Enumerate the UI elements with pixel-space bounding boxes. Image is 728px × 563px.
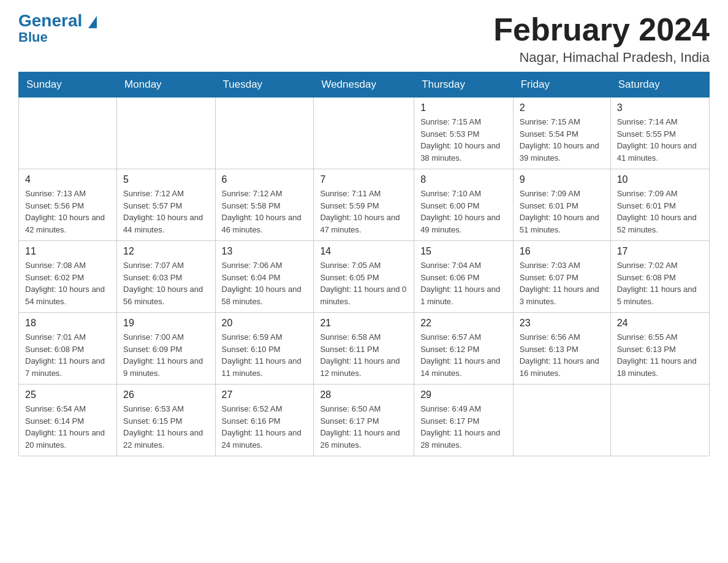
table-row: 13Sunrise: 7:06 AM Sunset: 6:04 PM Dayli… xyxy=(215,241,314,313)
logo-general-text: General xyxy=(18,12,97,29)
day-number: 1 xyxy=(420,102,507,113)
header-wednesday: Wednesday xyxy=(314,72,414,98)
table-row: 3Sunrise: 7:14 AM Sunset: 5:55 PM Daylig… xyxy=(610,98,709,169)
day-number: 29 xyxy=(420,389,507,400)
table-row: 17Sunrise: 7:02 AM Sunset: 6:08 PM Dayli… xyxy=(610,241,709,313)
day-number: 23 xyxy=(520,318,604,329)
day-number: 8 xyxy=(420,174,507,185)
table-row xyxy=(19,98,117,169)
table-row: 9Sunrise: 7:09 AM Sunset: 6:01 PM Daylig… xyxy=(513,169,610,241)
table-row: 2Sunrise: 7:15 AM Sunset: 5:54 PM Daylig… xyxy=(513,98,610,169)
table-row: 20Sunrise: 6:59 AM Sunset: 6:10 PM Dayli… xyxy=(215,313,314,385)
day-number: 21 xyxy=(320,318,408,329)
day-number: 7 xyxy=(320,174,408,185)
day-number: 22 xyxy=(420,318,507,329)
day-info: Sunrise: 7:04 AM Sunset: 6:06 PM Dayligh… xyxy=(420,259,507,307)
day-info: Sunrise: 7:09 AM Sunset: 6:01 PM Dayligh… xyxy=(617,188,703,236)
calendar-row: 4Sunrise: 7:13 AM Sunset: 5:56 PM Daylig… xyxy=(19,169,710,241)
day-number: 3 xyxy=(617,102,703,113)
table-row: 16Sunrise: 7:03 AM Sunset: 6:07 PM Dayli… xyxy=(513,241,610,313)
day-info: Sunrise: 7:15 AM Sunset: 5:53 PM Dayligh… xyxy=(420,116,507,164)
table-row: 5Sunrise: 7:12 AM Sunset: 5:57 PM Daylig… xyxy=(117,169,215,241)
day-number: 16 xyxy=(520,246,604,257)
header-thursday: Thursday xyxy=(414,72,514,98)
day-number: 10 xyxy=(617,174,703,185)
logo-blue-text: Blue xyxy=(18,29,48,45)
day-info: Sunrise: 7:12 AM Sunset: 5:58 PM Dayligh… xyxy=(222,188,308,236)
day-info: Sunrise: 6:59 AM Sunset: 6:10 PM Dayligh… xyxy=(222,331,308,379)
day-number: 6 xyxy=(222,174,308,185)
table-row: 25Sunrise: 6:54 AM Sunset: 6:14 PM Dayli… xyxy=(19,385,117,456)
table-row: 27Sunrise: 6:52 AM Sunset: 6:16 PM Dayli… xyxy=(215,385,314,456)
day-number: 4 xyxy=(25,174,110,185)
day-info: Sunrise: 7:15 AM Sunset: 5:54 PM Dayligh… xyxy=(520,116,604,164)
calendar-table: Sunday Monday Tuesday Wednesday Thursday… xyxy=(18,72,710,456)
table-row: 18Sunrise: 7:01 AM Sunset: 6:08 PM Dayli… xyxy=(19,313,117,385)
table-row: 21Sunrise: 6:58 AM Sunset: 6:11 PM Dayli… xyxy=(314,313,414,385)
header-friday: Friday xyxy=(513,72,610,98)
day-number: 18 xyxy=(25,318,110,329)
calendar-header-row: Sunday Monday Tuesday Wednesday Thursday… xyxy=(19,72,710,98)
table-row: 26Sunrise: 6:53 AM Sunset: 6:15 PM Dayli… xyxy=(117,385,215,456)
table-row: 19Sunrise: 7:00 AM Sunset: 6:09 PM Dayli… xyxy=(117,313,215,385)
day-info: Sunrise: 6:53 AM Sunset: 6:15 PM Dayligh… xyxy=(123,403,208,451)
logo: General Blue xyxy=(18,12,97,45)
calendar-row: 25Sunrise: 6:54 AM Sunset: 6:14 PM Dayli… xyxy=(19,385,710,456)
table-row: 23Sunrise: 6:56 AM Sunset: 6:13 PM Dayli… xyxy=(513,313,610,385)
day-info: Sunrise: 7:07 AM Sunset: 6:03 PM Dayligh… xyxy=(123,259,208,307)
day-number: 9 xyxy=(520,174,604,185)
table-row xyxy=(215,98,314,169)
day-number: 20 xyxy=(222,318,308,329)
table-row xyxy=(117,98,215,169)
table-row: 7Sunrise: 7:11 AM Sunset: 5:59 PM Daylig… xyxy=(314,169,414,241)
table-row: 22Sunrise: 6:57 AM Sunset: 6:12 PM Dayli… xyxy=(414,313,514,385)
day-info: Sunrise: 7:03 AM Sunset: 6:07 PM Dayligh… xyxy=(520,259,604,307)
table-row xyxy=(610,385,709,456)
header-saturday: Saturday xyxy=(610,72,709,98)
day-info: Sunrise: 7:01 AM Sunset: 6:08 PM Dayligh… xyxy=(25,331,110,379)
table-row: 24Sunrise: 6:55 AM Sunset: 6:13 PM Dayli… xyxy=(610,313,709,385)
table-row: 11Sunrise: 7:08 AM Sunset: 6:02 PM Dayli… xyxy=(19,241,117,313)
day-number: 5 xyxy=(123,174,208,185)
day-info: Sunrise: 6:56 AM Sunset: 6:13 PM Dayligh… xyxy=(520,331,604,379)
day-info: Sunrise: 6:49 AM Sunset: 6:17 PM Dayligh… xyxy=(420,403,507,451)
calendar-row: 11Sunrise: 7:08 AM Sunset: 6:02 PM Dayli… xyxy=(19,241,710,313)
day-info: Sunrise: 6:52 AM Sunset: 6:16 PM Dayligh… xyxy=(222,403,308,451)
day-info: Sunrise: 7:00 AM Sunset: 6:09 PM Dayligh… xyxy=(123,331,208,379)
day-number: 26 xyxy=(123,389,208,400)
day-number: 2 xyxy=(520,102,604,113)
day-info: Sunrise: 7:10 AM Sunset: 6:00 PM Dayligh… xyxy=(420,188,507,236)
table-row: 14Sunrise: 7:05 AM Sunset: 6:05 PM Dayli… xyxy=(314,241,414,313)
table-row: 12Sunrise: 7:07 AM Sunset: 6:03 PM Dayli… xyxy=(117,241,215,313)
page-header: General Blue February 2024 Nagar, Himach… xyxy=(18,12,710,66)
title-section: February 2024 Nagar, Himachal Pradesh, I… xyxy=(493,12,710,66)
table-row: 1Sunrise: 7:15 AM Sunset: 5:53 PM Daylig… xyxy=(414,98,514,169)
day-number: 14 xyxy=(320,246,408,257)
day-info: Sunrise: 6:57 AM Sunset: 6:12 PM Dayligh… xyxy=(420,331,507,379)
day-number: 11 xyxy=(25,246,110,257)
table-row: 28Sunrise: 6:50 AM Sunset: 6:17 PM Dayli… xyxy=(314,385,414,456)
day-number: 17 xyxy=(617,246,703,257)
header-monday: Monday xyxy=(117,72,215,98)
day-number: 12 xyxy=(123,246,208,257)
calendar-row: 18Sunrise: 7:01 AM Sunset: 6:08 PM Dayli… xyxy=(19,313,710,385)
day-info: Sunrise: 7:08 AM Sunset: 6:02 PM Dayligh… xyxy=(25,259,110,307)
day-info: Sunrise: 7:12 AM Sunset: 5:57 PM Dayligh… xyxy=(123,188,208,236)
table-row: 6Sunrise: 7:12 AM Sunset: 5:58 PM Daylig… xyxy=(215,169,314,241)
table-row: 8Sunrise: 7:10 AM Sunset: 6:00 PM Daylig… xyxy=(414,169,514,241)
day-info: Sunrise: 6:54 AM Sunset: 6:14 PM Dayligh… xyxy=(25,403,110,451)
day-info: Sunrise: 6:55 AM Sunset: 6:13 PM Dayligh… xyxy=(617,331,703,379)
day-info: Sunrise: 6:50 AM Sunset: 6:17 PM Dayligh… xyxy=(320,403,408,451)
day-info: Sunrise: 6:58 AM Sunset: 6:11 PM Dayligh… xyxy=(320,331,408,379)
month-title: February 2024 xyxy=(493,12,710,47)
day-info: Sunrise: 7:13 AM Sunset: 5:56 PM Dayligh… xyxy=(25,188,110,236)
table-row: 29Sunrise: 6:49 AM Sunset: 6:17 PM Dayli… xyxy=(414,385,514,456)
day-info: Sunrise: 7:14 AM Sunset: 5:55 PM Dayligh… xyxy=(617,116,703,164)
day-number: 27 xyxy=(222,389,308,400)
table-row: 10Sunrise: 7:09 AM Sunset: 6:01 PM Dayli… xyxy=(610,169,709,241)
table-row xyxy=(314,98,414,169)
day-info: Sunrise: 7:06 AM Sunset: 6:04 PM Dayligh… xyxy=(222,259,308,307)
table-row: 4Sunrise: 7:13 AM Sunset: 5:56 PM Daylig… xyxy=(19,169,117,241)
header-sunday: Sunday xyxy=(19,72,117,98)
day-number: 13 xyxy=(222,246,308,257)
